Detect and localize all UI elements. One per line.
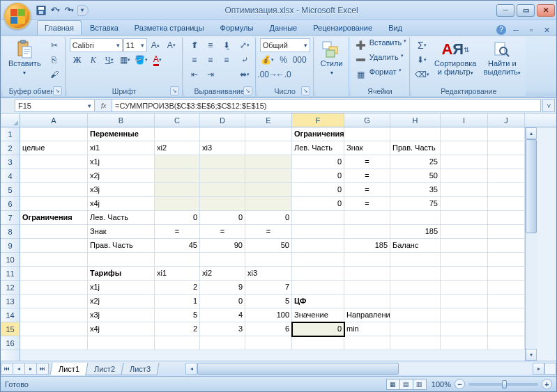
- cell[interactable]: [488, 281, 525, 295]
- cell[interactable]: [20, 336, 88, 350]
- row-header[interactable]: 1: [1, 127, 20, 141]
- font-color-icon[interactable]: A▾: [150, 53, 165, 67]
- cell[interactable]: 0: [292, 322, 344, 336]
- cell[interactable]: 0: [245, 211, 292, 225]
- cell[interactable]: Ограничения: [292, 127, 344, 141]
- row-header[interactable]: 2: [1, 141, 20, 155]
- cell[interactable]: [245, 183, 292, 197]
- cell[interactable]: [441, 197, 488, 211]
- cell[interactable]: 0: [292, 197, 344, 211]
- cell[interactable]: =: [245, 225, 292, 239]
- cell[interactable]: Значение: [292, 308, 344, 322]
- cell[interactable]: Знак: [88, 225, 155, 239]
- scroll-left-icon[interactable]: ◂: [185, 363, 197, 375]
- font-name-combo[interactable]: Calibri▾: [70, 38, 123, 52]
- cell[interactable]: [20, 197, 88, 211]
- formula-expand-icon[interactable]: ⋎: [542, 99, 555, 112]
- column-header[interactable]: H: [390, 113, 441, 127]
- close-button[interactable]: ✕: [537, 4, 555, 17]
- cell[interactable]: xi1: [155, 267, 200, 281]
- cell[interactable]: [488, 253, 525, 267]
- zoom-thumb[interactable]: [502, 380, 507, 389]
- doc-close-icon[interactable]: ✕: [541, 26, 552, 35]
- tab-view[interactable]: Вид: [381, 20, 410, 35]
- cell[interactable]: [344, 211, 390, 225]
- cell[interactable]: [292, 225, 344, 239]
- row-header[interactable]: 9: [1, 239, 20, 253]
- cell[interactable]: x4j: [88, 197, 155, 211]
- zoom-level[interactable]: 100%: [432, 380, 451, 389]
- cell[interactable]: [155, 127, 200, 141]
- cell[interactable]: [200, 183, 245, 197]
- cell[interactable]: 4: [200, 308, 245, 322]
- row-header[interactable]: 11: [1, 267, 20, 281]
- cell[interactable]: [441, 169, 488, 183]
- row-header[interactable]: 3: [1, 155, 20, 169]
- styles-button[interactable]: Стили▾: [318, 38, 346, 95]
- tab-data[interactable]: Данные: [261, 20, 305, 35]
- cell[interactable]: 75: [390, 197, 441, 211]
- formula-input[interactable]: =СУММПРОИЗВ($C$3:$E$6;$C$12:$E$15): [112, 99, 541, 112]
- cell[interactable]: [390, 308, 441, 322]
- tab-home[interactable]: Главная: [37, 20, 82, 35]
- find-select-button[interactable]: Найти ивыделить▾: [481, 38, 523, 86]
- align-right-icon[interactable]: ≡: [219, 53, 234, 67]
- font-launcher[interactable]: ↘: [170, 86, 179, 95]
- number-launcher[interactable]: ↘: [301, 86, 310, 95]
- cell[interactable]: [390, 322, 441, 336]
- row-header[interactable]: 5: [1, 183, 20, 197]
- cell[interactable]: [441, 239, 488, 253]
- tabnav-prev-icon[interactable]: ◂: [13, 363, 25, 375]
- cell[interactable]: [20, 308, 88, 322]
- tab-page-layout[interactable]: Разметка страницы: [127, 20, 212, 35]
- cell[interactable]: [488, 267, 525, 281]
- cell[interactable]: [20, 169, 88, 183]
- cell[interactable]: [200, 197, 245, 211]
- cell[interactable]: [441, 308, 488, 322]
- namebox-dropdown-icon[interactable]: ▾: [88, 102, 91, 109]
- ribbon-minimize-icon[interactable]: ─: [510, 26, 521, 34]
- cell[interactable]: xi2: [200, 267, 245, 281]
- cell[interactable]: =: [344, 155, 390, 169]
- cell[interactable]: [245, 169, 292, 183]
- cell[interactable]: 25: [390, 155, 441, 169]
- cell[interactable]: xi3: [200, 141, 245, 155]
- cell[interactable]: [292, 239, 344, 253]
- cell[interactable]: 45: [155, 239, 200, 253]
- decrease-indent-icon[interactable]: ⇤: [187, 68, 202, 81]
- row-header[interactable]: 7: [1, 211, 20, 225]
- cell[interactable]: [488, 308, 525, 322]
- grow-font-icon[interactable]: A▴: [148, 38, 163, 52]
- paste-button[interactable]: Вставить▾: [6, 38, 44, 86]
- cell[interactable]: 0: [200, 295, 245, 308]
- cell[interactable]: Баланс: [390, 239, 441, 253]
- cell[interactable]: [88, 336, 155, 350]
- view-normal-icon[interactable]: ▦: [386, 379, 400, 390]
- sheet-tab[interactable]: Лист2: [85, 363, 123, 375]
- cell[interactable]: [390, 127, 441, 141]
- column-header[interactable]: D: [200, 113, 245, 127]
- autosum-icon[interactable]: Σ▾: [414, 38, 429, 52]
- row-header[interactable]: 15: [1, 322, 20, 336]
- cell[interactable]: x1j: [88, 281, 155, 295]
- border-icon[interactable]: ▦▾: [118, 53, 133, 67]
- sheet-tab[interactable]: Лист3: [121, 363, 159, 375]
- cell[interactable]: 50: [390, 169, 441, 183]
- tabnav-last-icon[interactable]: ⏭: [36, 363, 49, 375]
- cell[interactable]: [488, 295, 525, 308]
- cell[interactable]: 185: [344, 239, 390, 253]
- cell[interactable]: Направление: [344, 308, 390, 322]
- zoom-out-icon[interactable]: −: [455, 379, 465, 389]
- bold-icon[interactable]: Ж: [70, 53, 85, 67]
- column-header[interactable]: A: [20, 113, 88, 127]
- cell[interactable]: [344, 336, 390, 350]
- cell[interactable]: [20, 183, 88, 197]
- cell[interactable]: [344, 253, 390, 267]
- cell[interactable]: [155, 183, 200, 197]
- scroll-right-icon[interactable]: ▸: [533, 363, 544, 375]
- fx-icon[interactable]: fx: [96, 99, 112, 112]
- cell[interactable]: [155, 336, 200, 350]
- cell[interactable]: [245, 141, 292, 155]
- cells-format-button[interactable]: ▦Формат▾: [353, 68, 407, 81]
- office-button[interactable]: [4, 3, 31, 29]
